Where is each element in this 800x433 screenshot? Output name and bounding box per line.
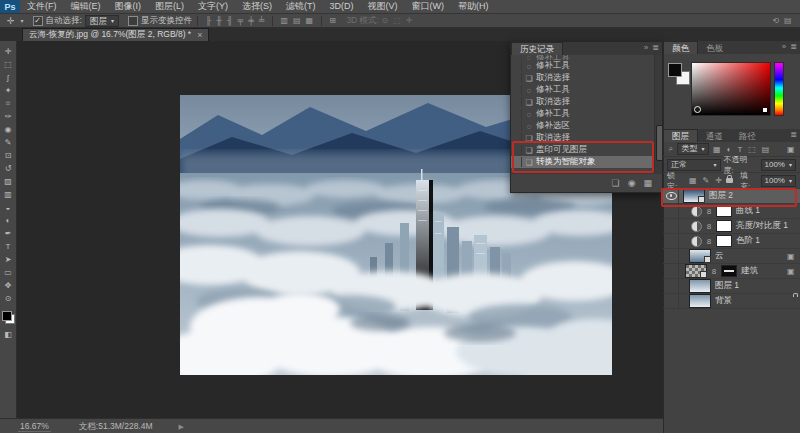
dodge-tool[interactable]: ◐ — [1, 214, 16, 227]
auto-select-checkbox[interactable]: ✓ — [33, 16, 43, 26]
layer-row-liangdu[interactable]: 8 亮度/对比度 1 — [663, 219, 800, 234]
tab-channels[interactable]: 通道 — [698, 130, 731, 142]
distribute-right-icon[interactable]: ▦ — [303, 16, 316, 25]
layer-thumbnail[interactable] — [689, 294, 711, 308]
brush-tool[interactable]: ✎ — [1, 136, 16, 149]
layer-mask-thumbnail[interactable] — [716, 205, 732, 217]
layer-name[interactable]: 建筑 — [741, 265, 758, 277]
layer-row-yun[interactable]: 云 ▣ — [663, 249, 800, 264]
lasso-tool[interactable]: ʃ — [1, 71, 16, 84]
tab-color[interactable]: 颜色 — [663, 41, 698, 54]
color-field[interactable] — [691, 62, 771, 116]
panel-toggle-icon[interactable]: ▤ — [781, 16, 794, 25]
type-tool[interactable]: T — [1, 240, 16, 253]
menu-image[interactable]: 图像(I) — [108, 0, 149, 13]
foreground-color-swatch[interactable] — [668, 63, 682, 77]
show-transform-checkbox[interactable] — [128, 16, 138, 26]
tab-swatches[interactable]: 色板 — [698, 42, 731, 54]
align-middle-icon[interactable]: ╪ — [246, 16, 257, 25]
healing-brush-tool[interactable]: ◉ — [1, 123, 16, 136]
tab-history[interactable]: 历史记录 — [511, 42, 563, 55]
panel-menu-icon[interactable]: ≣ — [790, 42, 797, 51]
history-item[interactable]: ❏ 取消选择 — [511, 96, 662, 108]
history-brush-well[interactable] — [511, 73, 522, 83]
layer-row-tuceng1[interactable]: 图层 1 — [663, 279, 800, 294]
history-brush-tool[interactable]: ↺ — [1, 162, 16, 175]
clone-stamp-tool[interactable]: ⊡ — [1, 149, 16, 162]
history-brush-well[interactable] — [511, 85, 522, 95]
distribute-left-icon[interactable]: ▥ — [278, 16, 291, 25]
align-bottom-icon[interactable]: ╧ — [256, 16, 267, 25]
layer-thumbnail[interactable] — [689, 279, 711, 293]
menu-select[interactable]: 选择(S) — [235, 0, 279, 13]
hue-strip[interactable] — [774, 62, 784, 116]
history-item[interactable]: ◌ 修补工具 — [511, 84, 662, 96]
visibility-eye-icon[interactable] — [666, 192, 677, 200]
document-tab[interactable]: 云海-恢复的.jpg @ 16.7%(图层 2, RGB/8) * × — [22, 28, 209, 41]
move-tool[interactable]: ✛ — [1, 45, 16, 58]
menu-view[interactable]: 视图(V) — [361, 0, 405, 13]
fill-dropdown[interactable]: 100% ▾ — [761, 175, 796, 187]
filter-type-dropdown[interactable]: 类型 ▾ — [677, 143, 708, 155]
quick-select-tool[interactable]: ✦ — [1, 84, 16, 97]
menu-file[interactable]: 文件(F) — [20, 0, 64, 13]
color-cursor-icon[interactable] — [694, 106, 701, 113]
menu-window[interactable]: 窗口(W) — [405, 0, 452, 13]
smart-filter-icon[interactable]: ▣ — [785, 252, 796, 261]
menu-filter[interactable]: 滤镜(T) — [279, 0, 323, 13]
history-item-partial[interactable]: ◌ 修补工具 — [511, 55, 662, 60]
panel-menu-icon[interactable]: ≣ — [652, 43, 659, 52]
history-brush-well[interactable] — [511, 145, 522, 155]
layer-row-sejie1[interactable]: 8 色阶 1 — [663, 234, 800, 249]
history-brush-well[interactable] — [511, 61, 522, 71]
layer-thumbnail[interactable] — [689, 249, 711, 263]
history-item[interactable]: ◌ 修补工具 — [511, 108, 662, 120]
layer-mask-thumbnail[interactable] — [716, 235, 732, 247]
history-item[interactable]: ❏ 取消选择 — [511, 72, 662, 84]
hand-tool[interactable]: ✥ — [1, 279, 16, 292]
marquee-tool[interactable]: ⬚ — [1, 58, 16, 71]
tab-layers[interactable]: 图层 — [663, 129, 698, 142]
zoom-level-field[interactable]: 16.67% — [18, 421, 51, 432]
auto-select-dropdown[interactable]: 图层 ▾ — [85, 15, 119, 27]
align-left-icon[interactable]: ╟ — [203, 16, 214, 25]
shape-tool[interactable]: ▭ — [1, 266, 16, 279]
gradient-tool[interactable]: ▥ — [1, 188, 16, 201]
layer-name[interactable]: 背景 — [715, 295, 732, 307]
smart-filter-icon[interactable]: ▣ — [785, 267, 796, 276]
layer-row-jianzhu[interactable]: 8 建筑 ▣ — [663, 264, 800, 279]
align-right-icon[interactable]: ╢ — [224, 16, 235, 25]
history-brush-well[interactable] — [511, 97, 522, 107]
menu-edit[interactable]: 编辑(E) — [64, 0, 108, 13]
history-item[interactable]: ◌ 修补选区 — [511, 120, 662, 132]
new-document-from-state-icon[interactable]: ❏ — [612, 178, 620, 188]
delete-state-icon[interactable]: ▦ — [643, 178, 652, 188]
menu-help[interactable]: 帮助(H) — [451, 0, 496, 13]
foreground-color-swatch[interactable] — [2, 311, 12, 321]
blur-tool[interactable]: ◒ — [1, 201, 16, 214]
filter-smart-icon[interactable]: ▤ — [760, 145, 771, 154]
auto-align-icon[interactable]: ⊞ — [327, 16, 339, 25]
align-center-h-icon[interactable]: ╫ — [214, 16, 225, 25]
layer-name[interactable]: 图层 1 — [715, 280, 739, 292]
eraser-tool[interactable]: ▨ — [1, 175, 16, 188]
foreground-background-swatches[interactable] — [2, 311, 15, 324]
quick-mask-icon[interactable]: ◧ — [1, 328, 16, 341]
close-tab-icon[interactable]: × — [197, 30, 202, 40]
brightness-contrast-adjustment-icon[interactable] — [691, 221, 702, 232]
layer-mask-thumbnail[interactable] — [721, 265, 737, 277]
pen-tool[interactable]: ✒ — [1, 227, 16, 240]
align-top-icon[interactable]: ╤ — [235, 16, 246, 25]
lock-position-icon[interactable]: ✛ — [714, 176, 724, 185]
menu-type[interactable]: 文字(Y) — [191, 0, 235, 13]
tab-paths[interactable]: 路径 — [731, 130, 764, 142]
lock-all-icon[interactable] — [726, 178, 733, 183]
history-item[interactable]: ❏ 取消选择 — [511, 132, 662, 144]
collapse-panel-icon[interactable]: » — [644, 43, 648, 52]
filter-toggle-icon[interactable]: ▣ — [785, 145, 796, 154]
opacity-dropdown[interactable]: 100% ▾ — [761, 159, 796, 171]
lock-pixels-icon[interactable]: ✎ — [701, 176, 711, 185]
eyedropper-tool[interactable]: ✑ — [1, 110, 16, 123]
history-scrollbar[interactable] — [654, 55, 662, 173]
layer-name[interactable]: 云 — [715, 250, 724, 262]
